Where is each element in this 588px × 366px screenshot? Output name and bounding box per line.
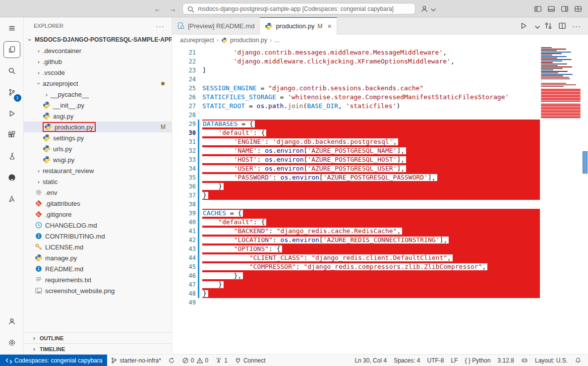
activity-testing-button[interactable] (3, 148, 20, 165)
code-line-43[interactable]: 43 "OPTIONS": { (172, 244, 540, 253)
code-line-22[interactable]: 22 'django.middleware.clickjacking.XFram… (172, 57, 540, 66)
command-center-input[interactable] (197, 5, 411, 13)
code-line-36[interactable]: 36 } (172, 182, 540, 191)
run-python-file-button[interactable] (520, 22, 528, 30)
nav-back-button[interactable]: ← (153, 4, 163, 13)
tree-item-screenshot_website.png[interactable]: screenshot_website.png (24, 285, 172, 296)
tree-item-static[interactable]: ›static (24, 176, 172, 187)
toggle-sidebar-left-icon[interactable] (534, 5, 542, 13)
code-line-33[interactable]: 33 'HOST': os.environ['AZURE_POSTGRESQL_… (172, 155, 540, 164)
tree-item-production.py[interactable]: production.pyM (24, 122, 172, 132)
code-line-21[interactable]: 21 'django.contrib.messages.middleware.M… (172, 48, 540, 57)
tree-item-.vscode[interactable]: ›.vscode (24, 67, 172, 78)
tree-item-wsgi.py[interactable]: wsgi.py (24, 154, 172, 165)
tree-item-settings.py[interactable]: settings.py (24, 132, 172, 143)
editor-more-actions-icon[interactable]: ··· (572, 22, 581, 30)
code-line-28[interactable]: 28 (172, 111, 540, 120)
status-connect[interactable]: Connect (231, 355, 269, 366)
tree-item-__init__.py[interactable]: __init__.py (24, 100, 172, 111)
breadcrumb-item[interactable]: ... (274, 37, 279, 44)
code-line-29[interactable]: 29DATABASES = { (172, 120, 540, 128)
code-line-46[interactable]: 46 }, (172, 271, 540, 280)
run-dropdown-icon[interactable] (533, 23, 538, 28)
status-copilot[interactable] (518, 355, 531, 366)
code-line-44[interactable]: 44 "CLIENT_CLASS": "django_redis.client.… (172, 253, 540, 262)
code-line-27[interactable]: 27STATIC_ROOT = os.path.join(BASE_DIR, '… (172, 102, 540, 111)
status-encoding[interactable]: UTF-8 (424, 355, 448, 366)
code-line-30[interactable]: 30 'default': { (172, 128, 540, 137)
scrollbar-marker[interactable] (583, 151, 588, 174)
customize-layout-icon[interactable] (574, 5, 582, 13)
open-changes-icon[interactable] (544, 22, 552, 30)
activity-settings-button[interactable] (3, 334, 20, 351)
status-language-mode[interactable]: { } Python (462, 355, 494, 366)
activity-accounts-button[interactable] (3, 313, 20, 330)
nav-forward-button[interactable]: → (168, 4, 177, 13)
status-indentation[interactable]: Spaces: 4 (390, 355, 423, 366)
activity-github-button[interactable] (3, 169, 20, 186)
status-sync[interactable] (165, 355, 178, 366)
code-line-31[interactable]: 31 'ENGINE': 'django.db.backends.postgre… (172, 137, 540, 146)
toggle-panel-bottom-icon[interactable] (547, 5, 555, 13)
activity-extensions-button[interactable] (3, 126, 20, 143)
tree-root-folder[interactable]: › MSDOCS-DJANGO-POSTGRESQL-SAMPLE-APP... (24, 34, 172, 45)
explorer-actions-icon[interactable]: ··· (156, 22, 165, 30)
code-line-39[interactable]: 39CACHES = { (172, 209, 540, 218)
tree-item-__pycache__[interactable]: ›__pycache__ (24, 89, 172, 100)
code-editor[interactable]: 21 'django.contrib.messages.middleware.M… (172, 46, 588, 354)
tree-item-.gitattributes[interactable]: .gitattributes (24, 198, 172, 209)
tab--preview-readme.md[interactable]: [Preview] README.md (172, 17, 260, 34)
tree-item-CHANGELOG.md[interactable]: CHANGELOG.md (24, 220, 172, 231)
tree-item-.github[interactable]: ›.github (24, 56, 172, 67)
tree-item-LICENSE.md[interactable]: LICENSE.md (24, 242, 172, 252)
status-eol[interactable]: LF (448, 355, 462, 366)
breadcrumb-item[interactable]: production.py (221, 37, 267, 44)
tree-item-urls.py[interactable]: urls.py (24, 143, 172, 154)
code-line-35[interactable]: 35 'PASSWORD': os.environ['AZURE_POSTGRE… (172, 173, 540, 182)
tab-production.py[interactable]: production.pyM× (260, 17, 337, 35)
sidebar-section-outline[interactable]: ›OUTLINE (24, 332, 172, 343)
code-line-41[interactable]: 41 "BACKEND": "django_redis.cache.RedisC… (172, 227, 540, 236)
code-line-23[interactable]: 23] (172, 66, 540, 75)
code-line-40[interactable]: 40 "default": { (172, 218, 540, 227)
tree-item-.devcontainer[interactable]: ›.devcontainer (24, 45, 172, 56)
tree-item-.env[interactable]: .env (24, 187, 172, 198)
status-cursor-position[interactable]: Ln 30, Col 4 (351, 355, 390, 366)
code-line-37[interactable]: 37} (172, 191, 540, 200)
activity-azure-button[interactable] (3, 190, 20, 207)
tree-item-asgi.py[interactable]: asgi.py (24, 111, 172, 122)
activity-menu-button[interactable] (3, 20, 20, 37)
accounts-menu[interactable] (420, 5, 435, 13)
close-tab-icon[interactable]: × (327, 22, 331, 30)
tree-item-manage.py[interactable]: manage.py (24, 252, 172, 263)
tree-item-CONTRIBUTING.md[interactable]: CONTRIBUTING.md (24, 231, 172, 242)
code-line-47[interactable]: 47 } (172, 280, 540, 289)
breadcrumb-item[interactable]: azureproject (180, 37, 214, 44)
status-ports[interactable]: 1 (212, 355, 231, 366)
tree-item-azureproject[interactable]: ›azureproject (24, 78, 172, 89)
code-line-45[interactable]: 45 "COMPRESSOR": "django_redis.compresso… (172, 262, 540, 271)
tree-item-restaurant_review[interactable]: ›restaurant_review (24, 165, 172, 176)
tree-item-requirements.txt[interactable]: requirements.txt (24, 274, 172, 285)
activity-explorer-button[interactable] (3, 41, 20, 58)
status-notifications[interactable] (571, 355, 585, 366)
code-line-34[interactable]: 34 'USER': os.environ['AZURE_POSTGRESQL_… (172, 164, 540, 173)
activity-run-debug-button[interactable] (3, 105, 20, 122)
code-line-26[interactable]: 26STATICFILES_STORAGE = 'whitenoise.stor… (172, 93, 540, 102)
toggle-sidebar-right-icon[interactable] (561, 5, 569, 13)
code-line-49[interactable]: 49 (172, 298, 540, 307)
code-line-24[interactable]: 24 (172, 75, 540, 84)
status-python-version[interactable]: 3.12.8 (494, 355, 518, 366)
sidebar-section-timeline[interactable]: ›TIMELINE (24, 343, 172, 354)
remote-indicator[interactable]: Codespaces: congenial capybara (0, 355, 107, 366)
minimap[interactable] (540, 46, 582, 354)
code-line-32[interactable]: 32 'NAME': os.environ['AZURE_POSTGRESQL_… (172, 146, 540, 155)
tree-item-.gitignore[interactable]: .gitignore (24, 209, 172, 220)
code-line-48[interactable]: 48} (172, 289, 540, 298)
activity-search-button[interactable] (3, 62, 20, 79)
code-line-42[interactable]: 42 "LOCATION": os.environ['AZURE_REDIS_C… (172, 236, 540, 244)
status-keyboard-layout[interactable]: Layout: U.S. (531, 355, 571, 366)
status-branch[interactable]: starter-no-infra* (107, 355, 164, 366)
code-line-25[interactable]: 25SESSION_ENGINE = "django.contrib.sessi… (172, 84, 540, 93)
code-line-38[interactable]: 38 (172, 200, 540, 209)
